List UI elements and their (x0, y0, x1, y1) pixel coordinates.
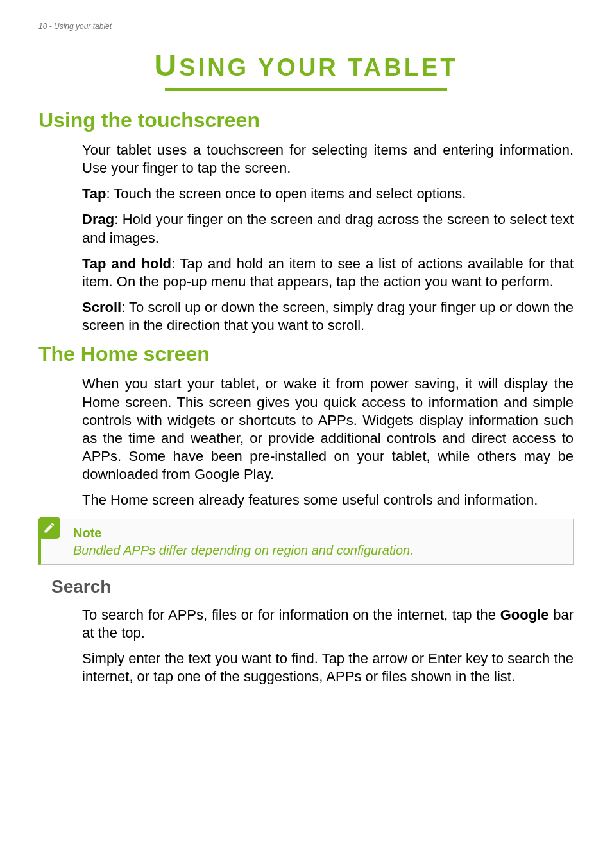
running-header: 10 - Using your tablet (38, 22, 574, 31)
heading-using-touchscreen: Using the touchscreen (38, 108, 574, 132)
note-box: Note Bundled APPs differ depending on re… (38, 519, 574, 565)
section-search-body: To search for APPs, files or for informa… (82, 606, 574, 686)
search-para1-bold: Google (500, 607, 549, 623)
touchscreen-scroll: Scroll: To scroll up or down the screen,… (82, 299, 574, 334)
chapter-title-firstletter: U (155, 48, 180, 82)
home-para1: When you start your tablet, or wake it f… (82, 375, 574, 483)
scroll-label: Scroll (82, 299, 121, 315)
drag-text: : Hold your finger on the screen and dra… (82, 211, 574, 245)
tap-label: Tap (82, 186, 106, 202)
touchscreen-drag: Drag: Hold your finger on the screen and… (82, 211, 574, 247)
note-title: Note (73, 526, 564, 541)
search-para2: Simply enter the text you want to find. … (82, 650, 574, 686)
pencil-icon (43, 521, 56, 534)
note-icon (38, 517, 60, 539)
home-para2: The Home screen already features some us… (82, 491, 574, 509)
chapter-underline (165, 88, 447, 91)
section-touchscreen-body: Your tablet uses a touchscreen for selec… (82, 141, 574, 334)
touchscreen-taphold: Tap and hold: Tap and hold an item to se… (82, 255, 574, 291)
heading-home-screen: The Home screen (38, 342, 574, 366)
tap-text: : Touch the screen once to open items an… (106, 186, 466, 202)
touchscreen-intro: Your tablet uses a touchscreen for selec… (82, 141, 574, 177)
touchscreen-tap: Tap: Touch the screen once to open items… (82, 185, 574, 203)
scroll-text: : To scroll up or down the screen, simpl… (82, 299, 574, 333)
chapter-title-rest: SING YOUR TABLET (179, 54, 457, 81)
page: 10 - Using your tablet USING YOUR TABLET… (0, 0, 612, 868)
heading-search: Search (51, 577, 574, 597)
search-para1: To search for APPs, files or for informa… (82, 606, 574, 642)
search-para1-a: To search for APPs, files or for informa… (82, 607, 500, 623)
note-body: Bundled APPs differ depending on region … (73, 543, 564, 558)
taphold-label: Tap and hold (82, 256, 171, 272)
section-home-body: When you start your tablet, or wake it f… (82, 375, 574, 509)
drag-label: Drag (82, 211, 114, 227)
chapter-title: USING YOUR TABLET (38, 48, 574, 83)
